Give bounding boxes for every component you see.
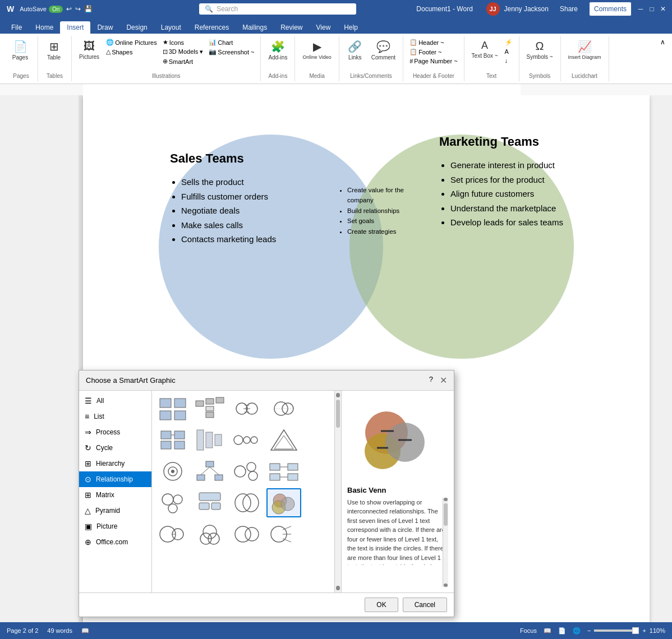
dialog-close-button[interactable]: ✕ xyxy=(440,375,447,386)
focus-button[interactable]: Focus xyxy=(520,627,537,634)
grid-item-20[interactable] xyxy=(266,520,301,549)
tab-layout[interactable]: Layout xyxy=(154,21,188,34)
zoom-out-icon[interactable]: − xyxy=(587,627,591,634)
dropcap-icon: ↓ xyxy=(505,57,508,64)
addins-button[interactable]: 🧩 Add-ins xyxy=(265,38,290,62)
grid-item-11[interactable] xyxy=(229,457,264,486)
grid-scrollbar[interactable] xyxy=(334,391,341,592)
icons-button[interactable]: ★ Icons xyxy=(161,38,205,47)
tab-view[interactable]: View xyxy=(310,21,338,34)
screenshot-button[interactable]: 📷 Screenshot ~ xyxy=(207,48,256,56)
sidebar-item-all[interactable]: ☰ All xyxy=(79,393,151,409)
sidebar-item-process[interactable]: ⇒ Process xyxy=(79,424,151,440)
svg-rect-7 xyxy=(206,399,214,404)
footer-button[interactable]: 📋 Footer ~ xyxy=(408,48,459,56)
preview-scrollbar[interactable] xyxy=(443,498,448,587)
zoom-in-icon[interactable]: + xyxy=(642,627,646,634)
grid-item-3[interactable] xyxy=(229,394,264,423)
redo-icon[interactable]: ↪ xyxy=(75,5,81,13)
comments-button[interactable]: Comments xyxy=(589,2,632,16)
ribbon-lucidchart-items: 📈 Insert Diagram xyxy=(565,38,604,71)
pages-button[interactable]: 📄 Pages xyxy=(9,38,31,62)
tab-draw[interactable]: Draw xyxy=(90,21,119,34)
sidebar-item-matrix[interactable]: ⊞ Matrix xyxy=(79,487,151,503)
ribbon-group-media: ▶ Online Video Media xyxy=(295,36,339,81)
grid-item-13[interactable] xyxy=(155,488,190,517)
onlinevideo-button[interactable]: ▶ Online Video xyxy=(300,38,334,62)
symbols-button[interactable]: Ω Symbols ~ xyxy=(524,38,556,62)
pagenumber-icon: # xyxy=(409,58,413,64)
tab-home[interactable]: Home xyxy=(29,21,60,34)
autosave-toggle[interactable]: AutoSave On xyxy=(20,6,63,13)
pagenumber-button[interactable]: # Page Number ~ xyxy=(408,57,459,65)
sidebar-item-picture[interactable]: ▣ Picture xyxy=(79,518,151,534)
grid-item-16[interactable] xyxy=(266,488,301,517)
grid-item-4[interactable] xyxy=(266,394,301,423)
chart-button[interactable]: 📊 Chart xyxy=(207,38,256,47)
share-button[interactable]: Share xyxy=(553,2,584,16)
shapes-button[interactable]: △ Shapes xyxy=(104,48,159,56)
read-mode-icon[interactable]: 📖 xyxy=(544,627,551,635)
table-button[interactable]: ⊞ Table xyxy=(43,38,65,62)
tab-mailings[interactable]: Mailings xyxy=(236,21,274,34)
cancel-button[interactable]: Cancel xyxy=(403,598,447,612)
save-icon[interactable]: 💾 xyxy=(84,5,93,13)
grid-item-9[interactable] xyxy=(155,457,190,486)
comment-button[interactable]: 💬 Comment xyxy=(369,38,398,62)
textbox-button[interactable]: A Text Box ~ xyxy=(469,38,501,61)
ribbon-collapse[interactable]: ∧ xyxy=(658,36,668,81)
wordart-button[interactable]: A xyxy=(503,48,514,55)
grid-item-17[interactable] xyxy=(155,520,190,549)
sidebar-item-cycle[interactable]: ↻ Cycle xyxy=(79,440,151,456)
tab-review[interactable]: Review xyxy=(274,21,309,34)
sidebar-item-officecom[interactable]: ⊕ Office.com xyxy=(79,534,151,550)
tab-design[interactable]: Design xyxy=(119,21,154,34)
tab-insert[interactable]: Insert xyxy=(60,21,90,34)
footer-icon: 📋 xyxy=(409,48,417,55)
grid-item-12[interactable] xyxy=(266,457,301,486)
dropcap-button[interactable]: ↓ xyxy=(503,57,514,64)
grid-item-1[interactable] xyxy=(155,394,190,423)
tab-references[interactable]: References xyxy=(188,21,236,34)
icons-label: Icons xyxy=(169,39,184,46)
grid-item-7[interactable] xyxy=(229,425,264,455)
grid-item-18[interactable] xyxy=(192,520,227,549)
3dmodels-button[interactable]: ⊡ 3D Models ▾ xyxy=(161,48,205,56)
autosave-toggle-btn[interactable]: On xyxy=(49,6,63,13)
header-button[interactable]: 📋 Header ~ xyxy=(408,38,459,47)
tab-file[interactable]: File xyxy=(4,21,29,34)
minimize-icon[interactable]: ─ xyxy=(636,4,645,13)
grid-item-8[interactable] xyxy=(266,425,301,455)
tab-help[interactable]: Help xyxy=(337,21,365,34)
quickparts-button[interactable]: ⚡ xyxy=(503,38,514,47)
grid-item-10[interactable] xyxy=(192,457,227,486)
search-placeholder[interactable]: Search xyxy=(217,5,238,13)
dialog-help-icon[interactable]: ? xyxy=(429,375,433,386)
insertdiagram-button[interactable]: 📈 Insert Diagram xyxy=(565,38,604,62)
grid-item-5[interactable] xyxy=(155,425,190,455)
close-icon[interactable]: ✕ xyxy=(659,4,668,13)
online-pictures-button[interactable]: 🌐 Online Pictures xyxy=(104,38,159,47)
sidebar-item-matrix-label: Matrix xyxy=(96,491,114,499)
smartart-button[interactable]: ⊕ SmartArt xyxy=(161,57,205,66)
grid-item-19[interactable] xyxy=(229,520,264,549)
restore-icon[interactable]: □ xyxy=(647,4,656,13)
zoom-slider[interactable] xyxy=(594,629,639,632)
print-layout-icon[interactable]: 📄 xyxy=(558,627,566,635)
web-layout-icon[interactable]: 🌐 xyxy=(573,627,581,635)
list-item: Negotiate deals xyxy=(181,203,299,218)
links-button[interactable]: 🔗 Links xyxy=(344,38,366,62)
grid-item-6[interactable] xyxy=(192,425,227,455)
media-group-label: Media xyxy=(300,73,334,79)
sidebar-item-pyramid[interactable]: △ Pyramid xyxy=(79,503,151,518)
grid-item-15[interactable] xyxy=(229,488,264,517)
undo-icon[interactable]: ↩ xyxy=(66,5,72,13)
pictures-button[interactable]: 🖼 Pictures xyxy=(76,38,102,62)
sidebar-item-list[interactable]: ≡ List xyxy=(79,409,151,424)
grid-item-14[interactable] xyxy=(192,488,227,517)
sidebar-item-relationship[interactable]: ⊙ Relationship xyxy=(79,471,151,487)
sidebar-item-hierarchy[interactable]: ⊞ Hierarchy xyxy=(79,456,151,471)
ok-button[interactable]: OK xyxy=(365,598,398,612)
grid-item-2[interactable] xyxy=(192,394,227,423)
pages-label: Pages xyxy=(12,54,28,61)
